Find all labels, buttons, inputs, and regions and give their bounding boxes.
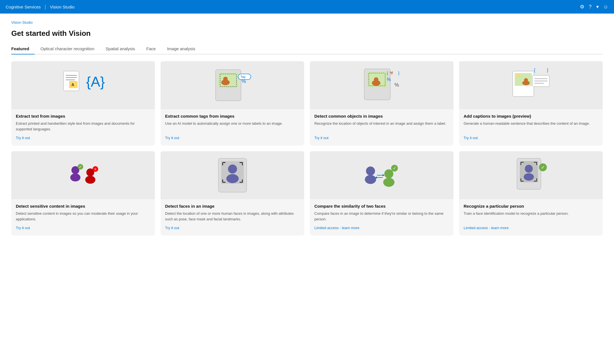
card-link-detect-objects[interactable]: Try it out (314, 136, 449, 140)
card-grid-row-1: A {A} Extract text from images Extract p… (11, 61, 603, 146)
card-image-extract-text: A {A} (11, 61, 155, 109)
card-desc-detect-sensitive: Detect sensitive content in images so yo… (16, 211, 150, 222)
svg-text:🐕: 🐕 (390, 71, 394, 75)
svg-point-30 (524, 78, 528, 82)
svg-text:Tag: Tag (240, 75, 245, 78)
tab-image-analysis[interactable]: Image analysis (161, 43, 201, 54)
card-extract-text: A {A} Extract text from images Extract p… (11, 61, 155, 146)
main-content: Vision Studio Get started with Vision Fe… (0, 14, 614, 364)
card-link-detect-sensitive[interactable]: Try it out (16, 226, 150, 230)
svg-text:✓: ✓ (79, 165, 82, 169)
svg-point-48 (226, 174, 239, 183)
card-body-compare-faces: Compare the similarity of two faces Comp… (310, 199, 453, 236)
svg-point-19 (374, 77, 378, 82)
card-title-recognize-person: Recognize a particular person (464, 204, 598, 209)
card-link-add-captions[interactable]: Try it out (464, 136, 598, 140)
chevron-down-icon[interactable]: ▾ (596, 4, 599, 10)
card-desc-detect-objects: Recognize the location of objects of int… (314, 121, 449, 132)
card-title-detect-objects: Detect common objects in images (314, 114, 449, 119)
card-link-detect-faces[interactable]: Try it out (165, 226, 300, 230)
card-body-detect-faces: Detect faces in an image Detect the loca… (161, 199, 304, 236)
card-desc-compare-faces: Compare faces in an image to determine i… (314, 211, 449, 222)
card-image-extract-tags: Tag % (161, 61, 304, 109)
svg-point-50 (365, 175, 376, 184)
nav-actions: ⚙ ? ▾ ☺ (580, 4, 608, 10)
card-title-compare-faces: Compare the similarity of two faces (314, 204, 449, 209)
nav-brand: Cognitive Services | Vision Studio (6, 4, 74, 10)
card-image-recognize-person: ✓ (459, 151, 603, 199)
svg-text:✕: ✕ (94, 167, 97, 171)
tab-face[interactable]: Face (141, 43, 161, 54)
svg-point-11 (223, 77, 228, 81)
card-detect-faces: Detect faces in an image Detect the loca… (161, 151, 304, 236)
card-detect-objects: { } 🐕 % % Detect common objects in image… (310, 61, 453, 146)
card-desc-add-captions: Generate a human-readable sentence that … (464, 121, 598, 132)
svg-point-28 (517, 74, 520, 78)
card-desc-recognize-person: Train a face identification model to rec… (464, 211, 598, 222)
svg-text:}: } (398, 71, 400, 75)
card-detect-sensitive: ✓ ✕ Detect sensitive content in images D… (11, 151, 155, 236)
breadcrumb[interactable]: Vision Studio (11, 20, 603, 25)
card-title-add-captions: Add captions to images (preview) (464, 114, 598, 119)
svg-text:✓: ✓ (393, 166, 396, 170)
svg-text:{: { (534, 68, 536, 73)
top-navigation: Cognitive Services | Vision Studio ⚙ ? ▾… (0, 0, 614, 14)
card-image-add-captions: { } (459, 61, 603, 109)
svg-text:%: % (394, 82, 399, 88)
card-body-extract-tags: Extract common tags from images Use an A… (161, 109, 304, 146)
card-image-detect-objects: { } 🐕 % % (310, 61, 453, 109)
svg-rect-9 (218, 73, 239, 88)
card-body-extract-text: Extract text from images Extract printed… (11, 109, 155, 146)
svg-text:%: % (242, 78, 246, 84)
svg-point-51 (384, 169, 393, 178)
tab-featured[interactable]: Featured (11, 43, 35, 54)
svg-text:%: % (387, 77, 391, 82)
card-grid-row-2: ✓ ✕ Detect sensitive content in images D… (11, 151, 603, 236)
svg-point-49 (366, 166, 375, 176)
card-title-detect-faces: Detect faces in an image (165, 204, 300, 209)
card-extract-tags: Tag % Extract common tags from images Us… (161, 61, 304, 146)
card-desc-extract-text: Extract printed and handwritten style te… (16, 121, 150, 132)
card-image-detect-faces (161, 151, 304, 199)
user-avatar-icon[interactable]: ☺ (603, 4, 608, 10)
svg-text:{A}: {A} (86, 74, 105, 90)
product-name: Vision Studio (50, 5, 74, 9)
svg-text:✓: ✓ (541, 165, 545, 170)
svg-point-61 (525, 165, 533, 173)
card-add-captions: { } Add captions to images (preview) Gen… (459, 61, 603, 146)
card-link-compare-faces[interactable]: Limited access - learn more (314, 226, 449, 230)
tab-spatial[interactable]: Spatial analysis (100, 43, 141, 54)
card-body-add-captions: Add captions to images (preview) Generat… (459, 109, 603, 146)
page-title: Get started with Vision (11, 29, 603, 38)
card-recognize-person: ✓ Recognize a particular person Train a … (459, 151, 603, 236)
card-link-recognize-person[interactable]: Limited access - learn more (464, 226, 598, 230)
card-desc-extract-tags: Use an AI model to automatically assign … (165, 121, 300, 132)
card-link-extract-tags[interactable]: Try it out (165, 136, 300, 140)
tab-ocr[interactable]: Optical character recognition (35, 43, 100, 54)
card-title-extract-tags: Extract common tags from images (165, 114, 300, 119)
app-name: Cognitive Services (6, 5, 41, 9)
card-compare-faces: ✓ Compare the similarity of two faces Co… (310, 151, 453, 236)
svg-text:}: } (547, 68, 549, 73)
svg-point-47 (228, 165, 237, 174)
card-body-detect-sensitive: Detect sensitive content in images Detec… (11, 199, 155, 236)
card-body-detect-objects: Detect common objects in images Recogniz… (310, 109, 453, 146)
card-image-compare-faces: ✓ (310, 151, 453, 199)
card-body-recognize-person: Recognize a particular person Train a fa… (459, 199, 603, 236)
card-title-extract-text: Extract text from images (16, 114, 150, 119)
svg-point-38 (70, 174, 80, 181)
nav-divider: | (45, 4, 46, 10)
svg-marker-54 (383, 174, 385, 176)
svg-text:{: { (387, 71, 388, 75)
card-image-detect-sensitive: ✓ ✕ (11, 151, 155, 199)
svg-point-52 (383, 178, 394, 187)
question-icon[interactable]: ? (589, 4, 592, 10)
card-title-detect-sensitive: Detect sensitive content in images (16, 204, 150, 209)
card-desc-detect-faces: Detect the location of one or more human… (165, 211, 300, 222)
svg-point-62 (524, 173, 534, 181)
svg-text:A: A (71, 82, 74, 87)
svg-point-42 (85, 176, 95, 184)
gear-icon[interactable]: ⚙ (580, 4, 584, 10)
tab-bar: Featured Optical character recognition S… (11, 43, 603, 54)
card-link-extract-text[interactable]: Try it out (16, 136, 150, 140)
